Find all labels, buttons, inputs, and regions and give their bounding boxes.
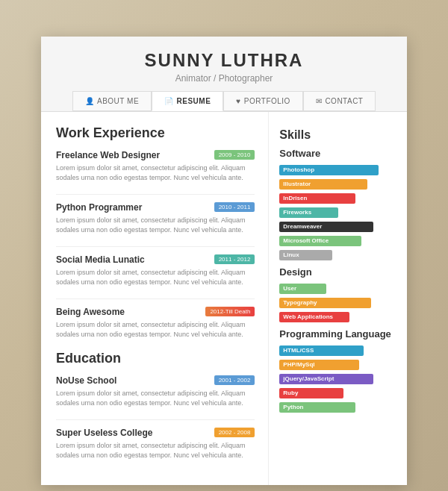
tab-contact[interactable]: ✉ CONTACT bbox=[303, 91, 376, 111]
candidate-name: SUNNY LUTHRA bbox=[49, 50, 399, 71]
school-date: 2001 - 2002 bbox=[214, 375, 255, 385]
tab-contact-label: CONTACT bbox=[325, 97, 363, 105]
skills-main-title: Skills bbox=[279, 128, 396, 142]
skill-indesign: InDrisen bbox=[279, 193, 396, 204]
skill-bar: Web Applications bbox=[279, 312, 349, 322]
job-desc: Lorem ipsum dolor sit amet, consectetur … bbox=[56, 163, 255, 184]
job-desc: Lorem ipsum dolor sit amet, consectetur … bbox=[56, 268, 255, 288]
tab-resume[interactable]: 📄 RESUME bbox=[152, 91, 223, 111]
skill-bar: Illustrator bbox=[279, 179, 367, 190]
job-header: Social Media Lunatic 2011 - 2012 bbox=[56, 254, 255, 265]
skill-bar: Python bbox=[279, 402, 355, 413]
header: SUNNY LUTHRA Animator / Photographer 👤 A… bbox=[41, 37, 407, 112]
school-name: NoUse School bbox=[56, 375, 116, 386]
education-title: Education bbox=[56, 351, 255, 366]
education-section: Education NoUse School 2001 - 2002 Lorem… bbox=[56, 351, 255, 461]
skill-bar: PHP/MySql bbox=[279, 360, 359, 370]
resume-icon: 📄 bbox=[164, 97, 174, 105]
skill-bar: InDrisen bbox=[279, 193, 355, 204]
job-entry: Python Programmer 2010 - 2011 Lorem ipsu… bbox=[56, 202, 255, 236]
school-date: 2002 - 2008 bbox=[214, 428, 255, 437]
job-title: Python Programmer bbox=[56, 202, 142, 213]
job-date: 2012-Till Death bbox=[205, 307, 255, 316]
school-header: NoUse School 2001 - 2002 bbox=[56, 375, 255, 386]
person-icon: 👤 bbox=[85, 97, 95, 105]
job-desc: Lorem ipsum dolor sit amet, consectetur … bbox=[56, 216, 255, 236]
skill-fireworks: Fireworks bbox=[279, 207, 396, 218]
job-title: Social Media Lunatic bbox=[56, 254, 145, 265]
software-section-title: Software bbox=[279, 148, 396, 159]
tab-about[interactable]: 👤 ABOUT ME bbox=[72, 91, 152, 111]
job-entry: Freelance Web Designer 2009 - 2010 Lorem… bbox=[56, 150, 255, 184]
nav-tabs: 👤 ABOUT ME 📄 RESUME ♥ PORTFOLIO ✉ CONTAC… bbox=[49, 91, 399, 111]
job-header: Python Programmer 2010 - 2011 bbox=[56, 202, 255, 213]
school-entry: NoUse School 2001 - 2002 Lorem ipsum dol… bbox=[56, 375, 255, 409]
design-section-title: Design bbox=[279, 266, 396, 278]
skill-bar: Microsoft Office bbox=[279, 236, 361, 246]
job-date: 2009 - 2010 bbox=[214, 150, 255, 160]
skill-linux: Linux bbox=[279, 250, 396, 260]
programming-section-title: Programming Language bbox=[279, 328, 396, 340]
mail-icon: ✉ bbox=[316, 97, 323, 105]
skill-phpmysql: PHP/MySql bbox=[279, 360, 396, 370]
job-desc: Lorem ipsum dolor sit amet, consectetur … bbox=[56, 320, 255, 340]
job-title: Being Awesome bbox=[56, 307, 125, 317]
skill-bar: Typography bbox=[279, 298, 370, 308]
job-title: Freelance Web Designer bbox=[56, 150, 160, 160]
tab-resume-label: RESUME bbox=[177, 97, 211, 105]
skill-msoffice: Microsoft Office bbox=[279, 236, 396, 246]
school-header: Super Useless College 2002 - 2008 bbox=[56, 428, 255, 438]
left-column: Work Experience Freelance Web Designer 2… bbox=[41, 112, 269, 485]
school-entry: Super Useless College 2002 - 2008 Lorem … bbox=[56, 428, 255, 461]
tab-about-label: ABOUT ME bbox=[97, 97, 139, 105]
skill-bar: jQuery/JavaScript bbox=[279, 374, 373, 384]
job-entry: Being Awesome 2012-Till Death Lorem ipsu… bbox=[56, 307, 255, 340]
skill-bar: Dreamweaver bbox=[279, 222, 373, 232]
skill-bar: User bbox=[279, 284, 326, 294]
skill-ruby: Ruby bbox=[279, 388, 396, 398]
school-desc: Lorem ipsum dolor sit amet, consectetur … bbox=[56, 389, 255, 409]
skill-user: User bbox=[279, 284, 396, 294]
skill-dreamweaver: Dreamweaver bbox=[279, 222, 396, 232]
school-name: Super Useless College bbox=[56, 428, 152, 438]
skill-python: Python bbox=[279, 402, 396, 413]
school-desc: Lorem ipsum dolor sit amet, consectetur … bbox=[56, 441, 255, 461]
work-experience-title: Work Experience bbox=[56, 125, 255, 141]
skill-bar: Fireworks bbox=[279, 207, 337, 218]
skill-bar: Linux bbox=[279, 250, 332, 260]
skill-typography: Typography bbox=[279, 298, 396, 308]
right-column: Skills Software Photoshop Illustrator In… bbox=[269, 112, 407, 485]
candidate-title: Animator / Photographer bbox=[49, 73, 399, 84]
skill-webapps: Web Applications bbox=[279, 312, 396, 322]
main-content: Work Experience Freelance Web Designer 2… bbox=[41, 112, 407, 485]
skill-bar: Photoshop bbox=[279, 165, 379, 175]
heart-icon: ♥ bbox=[236, 97, 240, 105]
job-entry: Social Media Lunatic 2011 - 2012 Lorem i… bbox=[56, 254, 255, 288]
skill-jquery: jQuery/JavaScript bbox=[279, 374, 396, 384]
tab-portfolio[interactable]: ♥ PORTFOLIO bbox=[223, 91, 303, 111]
tab-portfolio-label: PORTFOLIO bbox=[244, 97, 290, 105]
skill-illustrator: Illustrator bbox=[279, 179, 396, 190]
skill-photoshop: Photoshop bbox=[279, 165, 396, 175]
skill-bar: HTML/CSS bbox=[279, 345, 364, 356]
job-header: Freelance Web Designer 2009 - 2010 bbox=[56, 150, 255, 160]
resume-card: SUNNY LUTHRA Animator / Photographer 👤 A… bbox=[41, 37, 407, 485]
job-date: 2011 - 2012 bbox=[214, 254, 255, 264]
job-date: 2010 - 2011 bbox=[214, 202, 255, 212]
skill-bar: Ruby bbox=[279, 388, 343, 398]
job-header: Being Awesome 2012-Till Death bbox=[56, 307, 255, 317]
skill-htmlcss: HTML/CSS bbox=[279, 345, 396, 356]
